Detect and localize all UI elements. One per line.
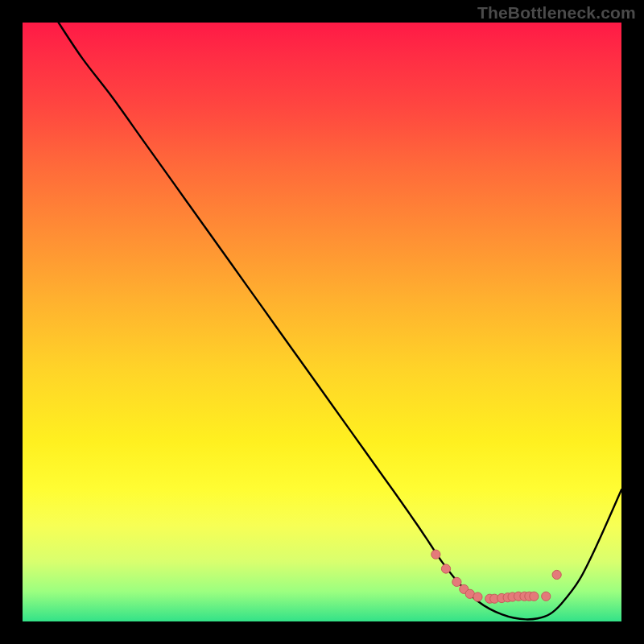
- bottleneck-curve-line: [59, 23, 621, 619]
- data-point: [552, 570, 561, 579]
- data-point: [542, 592, 551, 601]
- watermark-text: TheBottleneck.com: [477, 3, 636, 23]
- highlight-points: [431, 550, 561, 603]
- plot-area: [23, 23, 621, 621]
- data-point: [441, 564, 450, 573]
- data-point: [431, 550, 440, 559]
- curve-svg: [23, 23, 621, 621]
- data-point: [473, 592, 482, 601]
- data-point: [452, 577, 461, 586]
- chart-frame: TheBottleneck.com: [0, 0, 644, 644]
- data-point: [530, 592, 539, 601]
